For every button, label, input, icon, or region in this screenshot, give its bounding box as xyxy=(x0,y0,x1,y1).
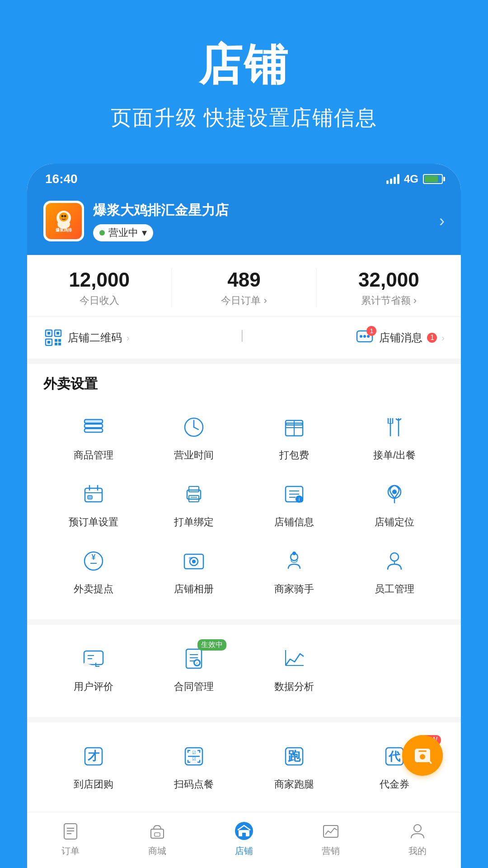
store-chevron-icon[interactable]: › xyxy=(439,212,445,231)
group-buy-icon: 才 xyxy=(78,741,109,772)
page-subtitle: 页面升级 快捷设置店铺信息 xyxy=(0,104,488,132)
svg-text:跑: 跑 xyxy=(288,749,301,763)
menu-photo[interactable]: 店铺相册 xyxy=(144,538,244,605)
stat-revenue: 12,000 今日收入 xyxy=(27,269,172,307)
qr-icon xyxy=(43,328,63,348)
svg-point-88 xyxy=(420,754,425,760)
svg-rect-100 xyxy=(324,826,338,837)
menu-location[interactable]: 店铺定位 xyxy=(344,471,445,538)
nav-marketing-label: 营销 xyxy=(322,845,340,857)
quick-links: 店铺二维码 › | 1 xyxy=(27,317,461,364)
qr-arrow: › xyxy=(127,333,130,343)
svg-text:✓: ✓ xyxy=(196,661,198,665)
menu-scan-label: 扫码点餐 xyxy=(174,778,214,791)
svg-point-3 xyxy=(61,215,64,217)
menu-rider[interactable]: 商家骑手 xyxy=(244,538,344,605)
dropdown-icon: ▾ xyxy=(142,227,147,239)
floating-action-button[interactable] xyxy=(402,735,443,776)
menu-tip[interactable]: ¥ 外卖提点 xyxy=(43,538,144,605)
qr-code-label: 店铺二维码 xyxy=(68,330,122,345)
clock-icon xyxy=(178,411,210,443)
store-header: 爆浆鸡排 爆浆大鸡排汇金星力店 营业中 ▾ › xyxy=(27,192,461,255)
menu-reservation-label: 预订单设置 xyxy=(69,515,118,529)
svg-text:爆浆鸡排: 爆浆鸡排 xyxy=(55,228,72,232)
status-dot xyxy=(99,230,105,236)
menu-hours-label: 营业时间 xyxy=(174,448,214,462)
menu-product-label: 商品管理 xyxy=(74,448,113,462)
delivery-icon: 跑 xyxy=(278,741,310,772)
menu-analytics-label: 数据分析 xyxy=(274,680,314,693)
nav-mall-label: 商城 xyxy=(148,845,166,857)
section-services: 才 到店团购 xyxy=(27,717,461,812)
svg-rect-89 xyxy=(418,750,427,752)
menu-rider-label: 商家骑手 xyxy=(274,582,314,596)
mine-icon xyxy=(406,820,429,842)
nav-mine[interactable]: 我的 xyxy=(374,820,461,857)
menu-packaging[interactable]: 打包费 xyxy=(244,404,344,471)
menu-delivery[interactable]: 跑 商家跑腿 xyxy=(244,733,344,800)
marketing-icon xyxy=(319,820,342,842)
menu-scan-order[interactable]: ☑ ☑ 扫码点餐 xyxy=(144,733,244,800)
network-label: 4G xyxy=(404,173,418,185)
nav-store[interactable]: 店铺 xyxy=(201,820,287,857)
msg-badge-num: 1 xyxy=(427,333,437,343)
store-status-label: 营业中 xyxy=(108,226,138,240)
menu-group-buy[interactable]: 才 到店团购 xyxy=(43,733,144,800)
nav-mall[interactable]: 商城 xyxy=(114,820,201,857)
menu-store-info[interactable]: i 店铺信息 xyxy=(244,471,344,538)
menu-staff[interactable]: 员工管理 xyxy=(344,538,445,605)
store-nav-icon xyxy=(233,820,255,842)
section-management: 用户评价 生效中 xyxy=(27,619,461,712)
svg-text:☑: ☑ xyxy=(192,756,196,761)
svg-rect-43 xyxy=(189,486,199,492)
stat-orders[interactable]: 489 今日订单 › xyxy=(172,269,316,307)
section-waimai: 外卖设置 商品管理 xyxy=(27,364,461,614)
menu-location-label: 店铺定位 xyxy=(375,515,414,529)
menu-business-hours[interactable]: 营业时间 xyxy=(144,404,244,471)
menu-tip-label: 外卖提点 xyxy=(74,582,113,596)
msg-icon: 1 xyxy=(355,328,375,348)
svg-rect-21 xyxy=(84,424,103,428)
svg-point-65 xyxy=(390,553,399,561)
msg-arrow: › xyxy=(441,333,445,343)
qr-code-link[interactable]: 店铺二维码 › xyxy=(43,328,130,348)
store-status-badge[interactable]: 营业中 ▾ xyxy=(93,224,153,241)
menu-staff-label: 员工管理 xyxy=(375,582,414,596)
menu-contract-label: 合同管理 xyxy=(174,680,214,693)
menu-product-manage[interactable]: 商品管理 xyxy=(43,404,144,471)
nav-marketing[interactable]: 营销 xyxy=(287,820,374,857)
signal-icon xyxy=(386,174,399,184)
stats-card: 12,000 今日收入 489 今日订单 › 32,000 累计节省额 › xyxy=(27,255,461,317)
status-right: 4G xyxy=(386,173,443,185)
menu-reviews[interactable]: 用户评价 xyxy=(43,636,144,703)
menu-reservation[interactable]: 预订单设置 xyxy=(43,471,144,538)
nav-orders[interactable]: 订单 xyxy=(27,820,114,857)
location-icon xyxy=(379,478,410,510)
order-icon xyxy=(59,820,82,842)
menu-analytics[interactable]: 数据分析 xyxy=(244,636,344,703)
stat-revenue-label: 今日收入 xyxy=(27,294,171,307)
store-logo-image: 爆浆鸡排 xyxy=(48,205,80,237)
svg-point-17 xyxy=(360,335,362,338)
store-name: 爆浆大鸡排汇金星力店 xyxy=(93,201,430,220)
store-message-link[interactable]: 1 店铺消息 1 › xyxy=(355,328,445,348)
scan-icon: ☑ ☑ xyxy=(178,741,210,772)
stat-savings[interactable]: 32,000 累计节省额 › xyxy=(317,269,461,307)
app-container: 店铺 页面升级 快捷设置店铺信息 16:40 4G xyxy=(0,0,488,868)
menu-store-info-label: 店铺信息 xyxy=(274,515,314,529)
menu-contract[interactable]: 生效中 ✓ xyxy=(144,636,244,703)
status-bar: 16:40 4G xyxy=(27,164,461,192)
menu-order-accept[interactable]: 接单/出餐 xyxy=(344,404,445,471)
tip-icon: ¥ xyxy=(78,545,109,577)
message-badge: 1 xyxy=(366,326,376,336)
stat-orders-value: 489 xyxy=(172,269,316,291)
header-section: 店铺 页面升级 快捷设置店铺信息 xyxy=(0,0,488,150)
svg-rect-13 xyxy=(58,339,61,342)
stat-savings-value: 32,000 xyxy=(317,269,461,291)
scrollable-content[interactable]: 12,000 今日收入 489 今日订单 › 32,000 累计节省额 › xyxy=(27,255,461,812)
menu-print-bind[interactable]: 打单绑定 xyxy=(144,471,244,538)
menu-grid-waimai: 商品管理 营业时间 xyxy=(43,404,445,605)
nav-store-label: 店铺 xyxy=(235,845,253,857)
svg-point-61 xyxy=(192,560,196,563)
svg-rect-99 xyxy=(242,833,246,836)
